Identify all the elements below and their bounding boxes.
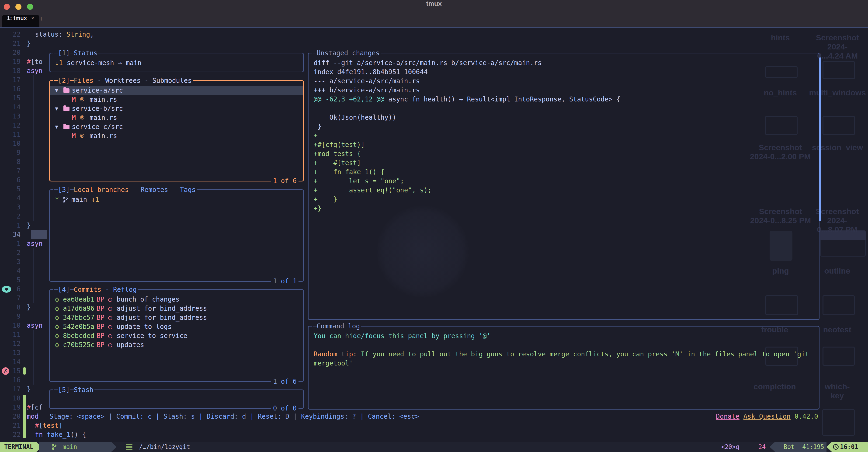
line-number: 12 (0, 121, 21, 130)
git-branch-icon (62, 196, 68, 203)
panel-command-log[interactable]: ─Command log You can hide/focus this pan… (308, 326, 819, 410)
diff-line: +++ b/service-a/src/main.rs (309, 86, 819, 95)
command-log-line: mergetool' (309, 359, 819, 368)
donate-link[interactable]: Donate (716, 413, 740, 420)
commit-unpushed-icon: ○ (108, 322, 112, 331)
line-number: 13 (0, 348, 21, 357)
diff-line: index d4fe191..8b4b951 100644 (309, 67, 819, 77)
file-tree-dir-row[interactable]: ▼service-b/src (50, 104, 303, 113)
panel-files[interactable]: ─[2]─Files - Worktrees - Submodules 1 of… (49, 80, 304, 181)
desktop-window-icon (822, 409, 855, 436)
statusline-line-col: 41:195 (802, 442, 824, 452)
diff-line: + #[test] (309, 158, 819, 168)
panel-commits[interactable]: ─[4]─Commits - Reflog 1 of 6 ϕea68eab1BP… (49, 289, 304, 382)
folder-icon (63, 107, 69, 111)
editor-code-fragment: asyn (27, 239, 42, 248)
new-tab-button[interactable]: + (39, 15, 43, 27)
editor-code-fragment: #[to (27, 57, 42, 66)
statusline-path: /…/bin/lazygit (139, 442, 190, 452)
commit-graph-node-icon: ϕ (55, 322, 59, 331)
rust-file-icon: ® (80, 95, 84, 104)
commit-author-initials: BP (97, 331, 104, 340)
file-status-modified: M (72, 131, 76, 141)
panel-unstaged-changes[interactable]: ─Unstaged changes diff --git a/service-a… (308, 53, 819, 320)
commit-row[interactable]: ϕc70b525cBP○updates (50, 340, 303, 350)
line-number: 21 (0, 39, 21, 48)
diff-line: diff --git a/service-a/src/main.rs b/ser… (309, 58, 819, 67)
commit-row[interactable]: ϕ542e0b5aBP○update to logs (50, 322, 303, 331)
line-number: 14 (0, 357, 21, 366)
file-name: main.rs (90, 131, 117, 141)
window-titlebar: tmux (0, 0, 868, 13)
line-number: 19 (0, 57, 21, 66)
tab-close-icon[interactable]: × (31, 15, 34, 21)
commit-row[interactable]: ϕ8bebcdedBP○service to service (50, 331, 303, 340)
line-number: 17 (0, 76, 21, 84)
editor-code-fragment: asyn (27, 321, 42, 330)
statusline-branch-segment: main (39, 442, 117, 452)
diff-line: +mod tests { (309, 149, 819, 158)
diff-scrollbar[interactable] (819, 57, 821, 221)
branch-row[interactable]: *main↓1 (50, 195, 303, 204)
commit-author-initials: BP (97, 322, 104, 331)
commit-graph-node-icon: ϕ (55, 340, 59, 350)
line-number: 21 (0, 421, 21, 430)
line-number: 10 (0, 139, 21, 148)
statusline-mode: TERMINAL (0, 442, 42, 452)
file-tree-file-row[interactable]: M®main.rs (50, 131, 303, 141)
file-tree-file-row[interactable]: M®main.rs (50, 95, 303, 104)
line-number: 9 (0, 148, 21, 157)
rust-file-icon: ® (80, 113, 84, 122)
commit-hash: 347bbc57 (63, 313, 94, 322)
commit-row[interactable]: ϕ347bbc57BP○adjust for bind_address (50, 313, 303, 322)
diagnostic-error-icon: ✗ (2, 367, 9, 375)
chevron-expanded-icon: ▼ (55, 122, 58, 131)
file-tree-dir-row[interactable]: ▼service-c/src (50, 122, 303, 131)
line-number: 3 (0, 257, 21, 266)
line-number: 22 (0, 30, 21, 39)
command-log-line (309, 340, 819, 350)
commit-hash: a17d6a96 (63, 304, 94, 313)
diff-line: @@ -62,3 +62,12 @@ async fn health() → R… (309, 95, 819, 104)
window-title: tmux (0, 0, 868, 13)
line-number: 6 (0, 175, 21, 184)
chevron-expanded-icon: ▼ (55, 86, 58, 95)
editor-statusline: TERMINAL main /…/bin/lazygit <20>g 24 Bo… (0, 442, 868, 452)
commit-author-initials: BP (97, 340, 104, 350)
panel-stash[interactable]: ─[5]─Stash 0 of 0 (49, 390, 304, 409)
diff-line: + (309, 131, 819, 140)
line-number: 20 (0, 48, 21, 57)
chevron-expanded-icon: ▼ (55, 104, 58, 113)
folder-icon (63, 125, 69, 129)
panel-command-log-title: ─Command log (312, 322, 361, 331)
panel-branches[interactable]: ─[3]─Local branches - Remotes - Tags 1 o… (49, 189, 304, 282)
line-number: 20 (0, 412, 21, 421)
diff-line: +} (309, 204, 819, 213)
desktop-window-icon (823, 61, 855, 79)
line-number: 4 (0, 266, 21, 275)
file-tree-dir-row[interactable]: ▼service-a/src (50, 86, 303, 95)
statusline-branch: main (62, 442, 77, 452)
command-log-line: You can hide/focus this panel by pressin… (309, 331, 819, 340)
ask-question-link[interactable]: Ask Question (743, 413, 790, 420)
commit-row[interactable]: ϕea68eab1BP○bunch of changes (50, 295, 303, 304)
commit-graph-node-icon: ϕ (55, 304, 59, 313)
git-branch-icon (51, 444, 58, 451)
tab-tmux[interactable]: 1: tmux× (2, 15, 39, 27)
lazygit-version: 0.42.0 (795, 413, 818, 420)
file-tree-file-row[interactable]: M®main.rs (50, 113, 303, 122)
line-number: 22 (0, 430, 21, 439)
desktop-icon-label: outline (824, 266, 850, 275)
branch-name: main (71, 195, 87, 204)
statusline-plugin-count: 24 (758, 442, 766, 452)
indent-guide (33, 248, 34, 303)
panel-branches-title: ─[3]─Local branches - Remotes - Tags (53, 185, 196, 194)
line-number: 7 (0, 166, 21, 175)
diff-line: Ok(Json(healthy)) (309, 113, 819, 122)
commit-row[interactable]: ϕa17d6a96BP○adjust for bind_address (50, 304, 303, 313)
panel-unstaged-title: ─Unstaged changes (312, 49, 381, 58)
panel-stash-title: ─[5]─Stash (53, 385, 94, 394)
watch-sign-icon (2, 286, 11, 293)
panel-status[interactable]: ─[1]─Status ↓1 service-mesh → main (49, 53, 304, 72)
editor-code-fragment: fn fake_1() { (35, 430, 86, 439)
